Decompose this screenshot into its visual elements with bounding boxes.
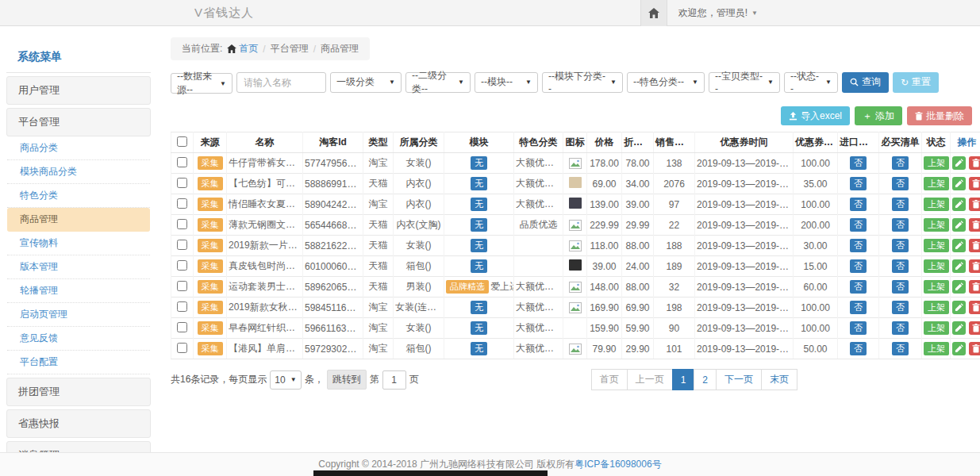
- must-buy-toggle[interactable]: 否: [892, 177, 909, 190]
- status-toggle[interactable]: 上架: [924, 218, 949, 231]
- sidebar-item-link[interactable]: 轮播管理: [7, 279, 150, 303]
- must-buy-toggle[interactable]: 否: [892, 280, 909, 293]
- import-select-toggle[interactable]: 否: [850, 156, 867, 169]
- filter-select-0[interactable]: --数据来源--▼: [171, 73, 233, 94]
- query-button[interactable]: 查询: [842, 72, 889, 93]
- import-select-toggle[interactable]: 否: [850, 301, 867, 313]
- import-excel-button[interactable]: 导入excel: [781, 106, 850, 125]
- sidebar-item-link[interactable]: 拼团管理: [6, 378, 151, 406]
- delete-button[interactable]: [969, 198, 980, 211]
- import-select-toggle[interactable]: 否: [850, 259, 867, 272]
- sidebar-item-link[interactable]: 商品分类: [7, 136, 150, 160]
- sidebar-item-link[interactable]: 意见反馈: [7, 327, 150, 351]
- batch-delete-button[interactable]: 批量删除: [907, 106, 972, 125]
- row-checkbox[interactable]: [177, 301, 187, 312]
- must-buy-toggle[interactable]: 否: [892, 259, 909, 272]
- must-buy-toggle[interactable]: 否: [892, 218, 909, 231]
- sidebar-item-link[interactable]: 宣传物料: [7, 232, 150, 255]
- sidebar-item-link[interactable]: 省惠快报: [6, 409, 151, 438]
- must-buy-toggle[interactable]: 否: [892, 239, 909, 251]
- row-checkbox[interactable]: [177, 198, 187, 209]
- filter-select-4[interactable]: --模块下分类--▼: [542, 72, 623, 93]
- sidebar-item-link[interactable]: 平台配置: [7, 351, 150, 374]
- edit-button[interactable]: [952, 280, 966, 294]
- page-button-2[interactable]: 2: [694, 369, 717, 390]
- status-toggle[interactable]: 上架: [924, 177, 949, 190]
- delete-button[interactable]: [969, 218, 980, 232]
- edit-button[interactable]: [952, 239, 966, 252]
- status-toggle[interactable]: 上架: [924, 342, 949, 355]
- edit-button[interactable]: [952, 198, 966, 211]
- delete-button[interactable]: [969, 177, 980, 190]
- row-checkbox[interactable]: [177, 178, 187, 188]
- sidebar-item-active[interactable]: 商品管理: [7, 208, 150, 232]
- import-select-toggle[interactable]: 否: [850, 321, 867, 334]
- jump-page-input[interactable]: [382, 370, 406, 390]
- must-buy-toggle[interactable]: 否: [892, 342, 909, 355]
- name-search-input[interactable]: [236, 72, 326, 93]
- per-page-select[interactable]: 10 ▼: [270, 370, 301, 390]
- status-toggle[interactable]: 上架: [924, 280, 949, 293]
- import-select-toggle[interactable]: 否: [850, 218, 867, 231]
- status-toggle[interactable]: 上架: [924, 198, 949, 210]
- must-buy-toggle[interactable]: 否: [892, 321, 909, 334]
- edit-button[interactable]: [952, 342, 966, 355]
- filter-select-5[interactable]: --特色分类--▼: [627, 72, 705, 93]
- delete-button[interactable]: [969, 321, 980, 335]
- reset-button[interactable]: ↻ 重置: [893, 72, 939, 93]
- import-select-toggle[interactable]: 否: [850, 198, 867, 210]
- edit-button[interactable]: [952, 156, 966, 170]
- must-buy-toggle[interactable]: 否: [892, 198, 909, 210]
- select-all-checkbox[interactable]: [177, 136, 187, 147]
- icp-link[interactable]: 粤ICP备16098006号: [575, 458, 661, 471]
- row-checkbox[interactable]: [177, 219, 187, 229]
- delete-button[interactable]: [969, 259, 980, 273]
- page-button-末页[interactable]: 末页: [761, 369, 797, 390]
- sidebar-item-link[interactable]: 模块商品分类: [7, 160, 150, 184]
- row-checkbox[interactable]: [177, 281, 187, 291]
- sidebar-item-link[interactable]: 平台管理: [6, 108, 151, 136]
- delete-button[interactable]: [969, 239, 980, 252]
- row-checkbox[interactable]: [177, 157, 187, 167]
- row-checkbox[interactable]: [177, 322, 187, 332]
- sidebar-item-link[interactable]: 消息管理: [6, 441, 151, 452]
- import-select-toggle[interactable]: 否: [850, 177, 867, 190]
- status-toggle[interactable]: 上架: [924, 239, 949, 251]
- sidebar-item-link[interactable]: 启动页管理: [7, 303, 150, 327]
- must-buy-toggle[interactable]: 否: [892, 301, 909, 313]
- delete-button[interactable]: [969, 342, 980, 355]
- edit-button[interactable]: [952, 301, 966, 314]
- user-menu[interactable]: 欢迎您，管理员! ▼: [667, 0, 758, 26]
- delete-button[interactable]: [969, 156, 980, 170]
- status-toggle[interactable]: 上架: [924, 301, 949, 313]
- jump-button[interactable]: 跳转到: [327, 370, 367, 390]
- status-toggle[interactable]: 上架: [924, 321, 949, 334]
- import-select-toggle[interactable]: 否: [850, 280, 867, 293]
- page-button-下一页[interactable]: 下一页: [716, 369, 762, 390]
- breadcrumb-home-link[interactable]: 首页: [227, 42, 258, 56]
- sidebar-item-link[interactable]: 特色分类: [7, 184, 150, 208]
- home-button[interactable]: [640, 0, 667, 26]
- must-buy-toggle[interactable]: 否: [892, 156, 909, 169]
- filter-select-3[interactable]: --模块--▼: [475, 72, 538, 93]
- edit-button[interactable]: [952, 177, 966, 190]
- edit-button[interactable]: [952, 218, 966, 232]
- add-button[interactable]: ＋ 添加: [855, 106, 902, 125]
- filter-select-7[interactable]: --状态--▼: [784, 72, 838, 93]
- row-checkbox[interactable]: [177, 240, 187, 250]
- filter-select-1[interactable]: 一级分类▼: [330, 72, 402, 93]
- import-select-toggle[interactable]: 否: [850, 239, 867, 251]
- sidebar-item-link[interactable]: 版本管理: [7, 255, 150, 279]
- filter-select-6[interactable]: --宝贝类型--▼: [709, 72, 780, 93]
- row-checkbox[interactable]: [177, 260, 187, 271]
- delete-button[interactable]: [969, 301, 980, 314]
- edit-button[interactable]: [952, 259, 966, 273]
- import-select-toggle[interactable]: 否: [850, 342, 867, 355]
- status-toggle[interactable]: 上架: [924, 156, 949, 169]
- delete-button[interactable]: [969, 280, 980, 294]
- status-toggle[interactable]: 上架: [924, 259, 949, 272]
- sidebar-item-link[interactable]: 用户管理: [6, 76, 151, 105]
- filter-select-2[interactable]: --二级分类--▼: [405, 72, 471, 93]
- edit-button[interactable]: [952, 321, 966, 335]
- row-checkbox[interactable]: [177, 343, 187, 353]
